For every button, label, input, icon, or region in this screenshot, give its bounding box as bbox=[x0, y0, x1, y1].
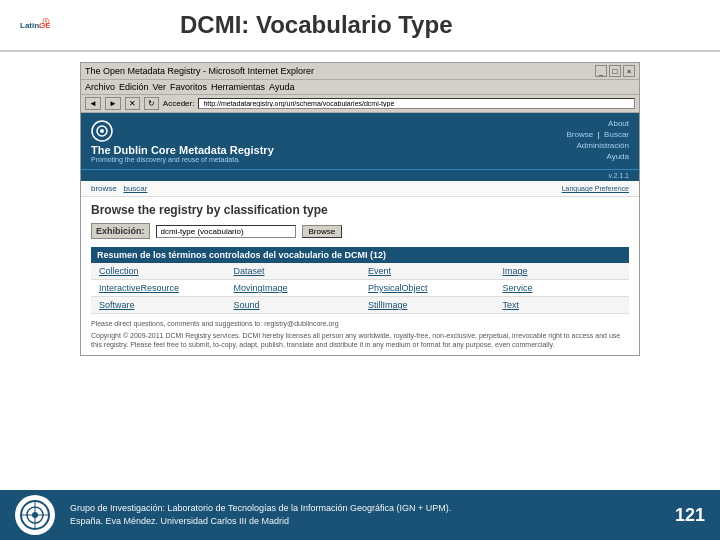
menu-favoritos[interactable]: Favoritos bbox=[170, 82, 207, 92]
vocab-item-sound[interactable]: Sound bbox=[226, 297, 361, 314]
minimize-button[interactable]: _ bbox=[595, 65, 607, 77]
dc-site-name: The Dublin Core Metadata Registry bbox=[91, 144, 274, 156]
vocab-item-physicalobject[interactable]: PhysicalObject bbox=[360, 280, 495, 297]
browser-titlebar-buttons: _ □ × bbox=[595, 65, 635, 77]
nav-admin[interactable]: Administración bbox=[577, 141, 629, 150]
browser-frame: The Open Metadata Registry - Microsoft I… bbox=[80, 62, 640, 356]
vocab-item-software[interactable]: Software bbox=[91, 297, 226, 314]
browser-titlebar: The Open Metadata Registry - Microsoft I… bbox=[81, 63, 639, 80]
svg-point-5 bbox=[100, 129, 104, 133]
dc-registry-page: The Dublin Core Metadata Registry Promot… bbox=[81, 113, 639, 355]
dc-contact-line: Please direct questions, comments and su… bbox=[91, 319, 629, 328]
vocab-item-interactiveresource[interactable]: InteractiveResource bbox=[91, 280, 226, 297]
latin-geo-logo: Latin. GEO bbox=[20, 10, 50, 40]
address-label: Acceder: bbox=[163, 99, 195, 108]
vocab-table: Collection Dataset Event Image Interacti… bbox=[91, 263, 629, 314]
latingeo-bottom-logo bbox=[19, 499, 51, 531]
svg-text:Latin.: Latin. bbox=[20, 21, 41, 30]
bottom-text-line1: Grupo de Investigación: Laboratorio de T… bbox=[70, 502, 660, 516]
bottom-bar: Grupo de Investigación: Laboratorio de T… bbox=[0, 490, 720, 540]
menu-ver[interactable]: Ver bbox=[153, 82, 167, 92]
dc-copyright-line: Copyright © 2009-2011 DCMI Registry serv… bbox=[91, 331, 629, 349]
menu-herramientas[interactable]: Herramientas bbox=[211, 82, 265, 92]
menu-edicion[interactable]: Edición bbox=[119, 82, 149, 92]
bottom-logo bbox=[15, 495, 55, 535]
language-preference-link[interactable]: Language Preference bbox=[562, 185, 629, 192]
breadcrumb-browse[interactable]: browse bbox=[91, 184, 117, 193]
dc-footer-text: Please direct questions, comments and su… bbox=[91, 319, 629, 349]
address-input[interactable] bbox=[198, 98, 635, 109]
browser-menubar: Archivo Edición Ver Favoritos Herramient… bbox=[81, 80, 639, 95]
close-button[interactable]: × bbox=[623, 65, 635, 77]
refresh-button[interactable]: ↻ bbox=[144, 97, 159, 110]
nav-help[interactable]: Ayuda bbox=[606, 152, 629, 161]
dc-site-subtitle: Promoting the discovery and reuse of met… bbox=[91, 156, 274, 163]
page-header: Latin. GEO DCMI: Vocabulario Type bbox=[0, 0, 720, 52]
bottom-text-line2: España. Eva Méndez. Universidad Carlos I… bbox=[70, 515, 660, 529]
dc-language-preference: Language Preference bbox=[562, 184, 629, 193]
browse-button[interactable]: Browse bbox=[302, 225, 343, 238]
dc-section-title: Browse the registry by classification ty… bbox=[91, 203, 629, 217]
vocab-item-dataset[interactable]: Dataset bbox=[226, 263, 361, 280]
dc-navigation: About Browse | Buscar Administración Ayu… bbox=[566, 119, 629, 163]
logo-area: Latin. GEO bbox=[20, 10, 170, 40]
browser-addressbar: ◄ ► ✕ ↻ Acceder: bbox=[81, 95, 639, 113]
breadcrumb-buscar[interactable]: buscar bbox=[123, 184, 147, 193]
maximize-button[interactable]: □ bbox=[609, 65, 621, 77]
dc-header: The Dublin Core Metadata Registry Promot… bbox=[81, 113, 639, 169]
nav-about[interactable]: About bbox=[608, 119, 629, 128]
vocab-table-header: Resumen de los términos controlados del … bbox=[91, 247, 629, 263]
exhibicion-row: Exhibición: Browse bbox=[91, 223, 629, 239]
menu-archivo[interactable]: Archivo bbox=[85, 82, 115, 92]
bottom-info-text: Grupo de Investigación: Laboratorio de T… bbox=[70, 502, 660, 529]
vocab-item-text[interactable]: Text bbox=[495, 297, 630, 314]
main-content: The Open Metadata Registry - Microsoft I… bbox=[0, 52, 720, 366]
forward-button[interactable]: ► bbox=[105, 97, 121, 110]
vocab-item-stillimage[interactable]: StillImage bbox=[360, 297, 495, 314]
exhibicion-input[interactable] bbox=[156, 225, 296, 238]
back-button[interactable]: ◄ bbox=[85, 97, 101, 110]
dc-logo-area: The Dublin Core Metadata Registry Promot… bbox=[91, 120, 274, 163]
stop-button[interactable]: ✕ bbox=[125, 97, 140, 110]
vocab-item-collection[interactable]: Collection bbox=[91, 263, 226, 280]
vocab-item-movingimage[interactable]: MovingImage bbox=[226, 280, 361, 297]
dc-breadcrumb: browse buscar bbox=[91, 184, 147, 193]
table-row: Software Sound StillImage Text bbox=[91, 297, 629, 314]
dc-version: v.2.1.1 bbox=[609, 172, 630, 179]
slide-number: 121 bbox=[675, 505, 705, 526]
table-row: InteractiveResource MovingImage Physical… bbox=[91, 280, 629, 297]
vocab-item-image[interactable]: Image bbox=[495, 263, 630, 280]
dc-main-content: Browse the registry by classification ty… bbox=[81, 197, 639, 355]
vocab-item-event[interactable]: Event bbox=[360, 263, 495, 280]
dc-version-bar: v.2.1.1 bbox=[81, 169, 639, 181]
nav-browse[interactable]: Browse bbox=[566, 130, 593, 139]
exhibicion-label: Exhibición: bbox=[91, 223, 150, 239]
dc-logo-icon bbox=[91, 120, 113, 142]
page-title: DCMI: Vocabulario Type bbox=[180, 11, 452, 39]
menu-ayuda[interactable]: Ayuda bbox=[269, 82, 294, 92]
browser-title: The Open Metadata Registry - Microsoft I… bbox=[85, 66, 314, 76]
dc-breadcrumb-bar: browse buscar Language Preference bbox=[81, 181, 639, 197]
table-row: Collection Dataset Event Image bbox=[91, 263, 629, 280]
vocab-item-service[interactable]: Service bbox=[495, 280, 630, 297]
nav-buscar[interactable]: Buscar bbox=[604, 130, 629, 139]
svg-text:GEO: GEO bbox=[39, 21, 50, 30]
